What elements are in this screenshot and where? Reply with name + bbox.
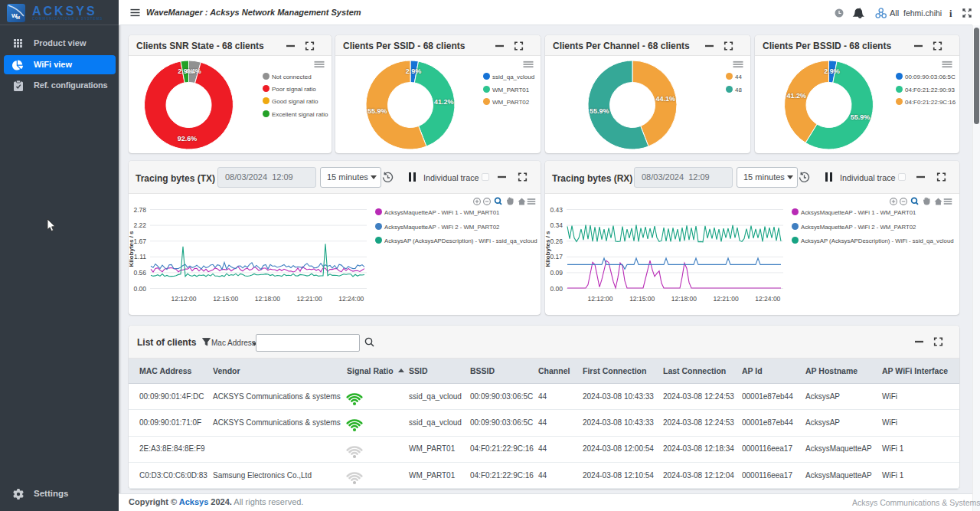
svg-text:fehmi.chihi: fehmi.chihi xyxy=(903,8,942,18)
svg-text:0.34: 0.34 xyxy=(550,221,563,229)
svg-text:2.9%: 2.9% xyxy=(824,67,840,75)
svg-text:55.9%: 55.9% xyxy=(590,107,609,115)
svg-text:0.26: 0.26 xyxy=(550,237,563,245)
svg-text:1.11: 1.11 xyxy=(134,253,146,260)
svg-text:2.9%: 2.9% xyxy=(178,67,194,75)
svg-text:12:12:00: 12:12:00 xyxy=(171,295,196,303)
svg-text:Kilobytes / s: Kilobytes / s xyxy=(129,231,135,267)
svg-text:12:12:00: 12:12:00 xyxy=(587,295,612,303)
svg-text:12:24:00: 12:24:00 xyxy=(338,295,364,303)
svg-text:1.67: 1.67 xyxy=(133,237,146,245)
svg-text:0.09: 0.09 xyxy=(550,269,563,277)
svg-text:41.2%: 41.2% xyxy=(434,98,454,106)
svg-text:12:18:00: 12:18:00 xyxy=(255,295,280,303)
svg-text:2.22: 2.22 xyxy=(133,221,146,229)
svg-text:12:24:00: 12:24:00 xyxy=(755,295,780,303)
svg-text:0.17: 0.17 xyxy=(550,253,563,260)
svg-text:41.2%: 41.2% xyxy=(786,92,806,100)
svg-text:55.9%: 55.9% xyxy=(851,113,871,121)
svg-text:12:18:00: 12:18:00 xyxy=(671,295,697,303)
svg-text:2.78: 2.78 xyxy=(133,206,146,214)
svg-text:0.56: 0.56 xyxy=(133,269,146,277)
svg-text:2.9%: 2.9% xyxy=(406,67,422,75)
svg-text:12:21:00: 12:21:00 xyxy=(714,295,739,303)
svg-text:All: All xyxy=(890,8,899,18)
svg-text:M: M xyxy=(16,15,20,20)
svg-text:12:21:00: 12:21:00 xyxy=(297,295,322,303)
svg-text:0.00: 0.00 xyxy=(133,285,146,293)
svg-text:12:15:00: 12:15:00 xyxy=(213,295,238,303)
svg-text:92.6%: 92.6% xyxy=(178,135,198,142)
svg-text:i: i xyxy=(949,8,952,19)
svg-text:55.9%: 55.9% xyxy=(368,107,387,115)
svg-text:12:15:00: 12:15:00 xyxy=(629,295,655,303)
svg-text:Kilobytes / s: Kilobytes / s xyxy=(545,231,551,267)
svg-text:0.43: 0.43 xyxy=(550,206,563,214)
svg-text:44.1%: 44.1% xyxy=(655,95,675,103)
svg-text:0.00: 0.00 xyxy=(550,285,563,293)
